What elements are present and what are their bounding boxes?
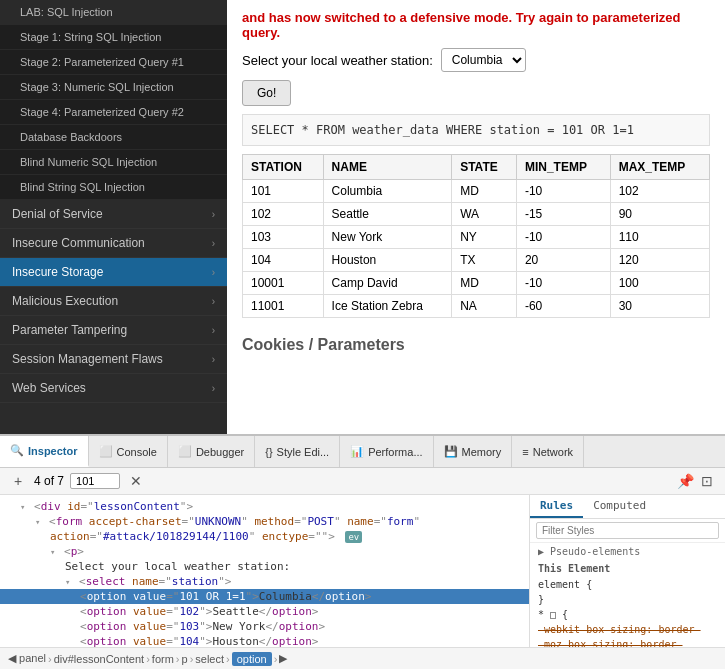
col-state: STATE: [452, 155, 517, 180]
breadcrumb-div[interactable]: div#lessonContent: [54, 653, 145, 665]
sidebar-item-stage3[interactable]: Stage 3: Numeric SQL Injection: [0, 75, 227, 100]
station-label: Select your local weather station:: [242, 53, 433, 68]
css-tabs: Rules Computed: [530, 495, 725, 519]
expand-arrow-icon[interactable]: ▾: [35, 517, 40, 527]
sidebar-item-stage1[interactable]: Stage 1: String SQL Injection: [0, 25, 227, 50]
css-filter-row: [530, 519, 725, 543]
devtools-panel: 🔍 Inspector ⬜ Console ⬜ Debugger {} Styl…: [0, 434, 725, 669]
html-line-div[interactable]: ▾ <div id="lessonContent">: [0, 499, 529, 514]
station-select[interactable]: Columbia: [441, 48, 526, 72]
table-cell: Ice Station Zebra: [323, 295, 452, 318]
html-line-text: Select your local weather station:: [0, 559, 529, 574]
sql-query-box: SELECT * FROM weather_data WHERE station…: [242, 114, 710, 146]
css-tab-rules[interactable]: Rules: [530, 495, 583, 518]
expand-button[interactable]: ⊡: [697, 471, 717, 491]
html-line-p[interactable]: ▾ <p>: [0, 544, 529, 559]
table-cell: 102: [610, 180, 709, 203]
table-cell: 30: [610, 295, 709, 318]
tab-console[interactable]: ⬜ Console: [89, 436, 168, 467]
breadcrumb-p[interactable]: p: [182, 653, 188, 665]
expand-arrow-icon[interactable]: ▾: [65, 577, 70, 587]
breadcrumb-form[interactable]: form: [152, 653, 174, 665]
chevron-right-icon: ›: [212, 296, 215, 307]
station-row: Select your local weather station: Colum…: [242, 48, 710, 72]
html-line-action[interactable]: action="#attack/101829144/1100" enctype=…: [0, 529, 529, 544]
table-cell: MD: [452, 272, 517, 295]
table-cell: 100: [610, 272, 709, 295]
pin-button[interactable]: 📌: [675, 471, 695, 491]
breadcrumb-option[interactable]: option: [232, 652, 272, 666]
sidebar-item-stage2[interactable]: Stage 2: Parameterized Query #1: [0, 50, 227, 75]
sidebar-item-insecure-storage[interactable]: Insecure Storage ›: [0, 258, 227, 287]
http-badge: ev: [345, 531, 362, 543]
table-cell: 104: [243, 249, 324, 272]
sidebar-item-insecure-comm[interactable]: Insecure Communication ›: [0, 229, 227, 258]
css-filter-input[interactable]: [536, 522, 719, 539]
sidebar-item-stage4[interactable]: Stage 4: Parameterized Query #2: [0, 100, 227, 125]
breadcrumb-next[interactable]: ▶: [279, 652, 287, 665]
tab-inspector[interactable]: 🔍 Inspector: [0, 436, 89, 467]
sidebar-item-malicious[interactable]: Malicious Execution ›: [0, 287, 227, 316]
main-content: and has now switched to a defensive mode…: [227, 0, 725, 434]
breadcrumb-select[interactable]: select: [195, 653, 224, 665]
css-rule-star: * □ {: [530, 607, 725, 622]
html-line-option-104[interactable]: <option value="104">Houston</option>: [0, 634, 529, 647]
tab-performance[interactable]: 📊 Performa...: [340, 436, 433, 467]
expand-arrow-icon[interactable]: ▾: [20, 502, 25, 512]
col-name: NAME: [323, 155, 452, 180]
table-cell: 11001: [243, 295, 324, 318]
table-cell: 120: [610, 249, 709, 272]
weather-table: STATION NAME STATE MIN_TEMP MAX_TEMP 101…: [242, 154, 710, 318]
sidebar-item-param-tamper[interactable]: Parameter Tampering ›: [0, 316, 227, 345]
tab-network[interactable]: ≡ Network: [512, 436, 584, 467]
devtools-tabs: 🔍 Inspector ⬜ Console ⬜ Debugger {} Styl…: [0, 436, 725, 468]
chevron-right-icon: ›: [212, 383, 215, 394]
html-line-form[interactable]: ▾ <form accept-charset="UNKNOWN" method=…: [0, 514, 529, 529]
sidebar-item-lab-sql[interactable]: LAB: SQL Injection: [0, 0, 227, 25]
table-cell: -60: [516, 295, 610, 318]
tab-style-editor[interactable]: {} Style Edi...: [255, 436, 340, 467]
network-icon: ≡: [522, 446, 528, 458]
add-node-button[interactable]: +: [8, 471, 28, 491]
go-button[interactable]: Go!: [242, 80, 291, 106]
table-cell: New York: [323, 226, 452, 249]
col-max-temp: MAX_TEMP: [610, 155, 709, 180]
html-line-option-selected[interactable]: <option value="101 OR 1=1">Columbia</opt…: [0, 589, 529, 604]
col-station: STATION: [243, 155, 324, 180]
css-rules-panel: Rules Computed ▶ Pseudo-elements This El…: [530, 495, 725, 647]
chevron-right-icon: ›: [212, 238, 215, 249]
sidebar-item-blind-numeric[interactable]: Blind Numeric SQL Injection: [0, 150, 227, 175]
devtools-body: ▾ <div id="lessonContent"> ▾ <form accep…: [0, 495, 725, 647]
debugger-icon: ⬜: [178, 445, 192, 458]
chevron-right-icon: ›: [212, 325, 215, 336]
style-icon: {}: [265, 446, 272, 458]
sidebar-item-session[interactable]: Session Management Flaws ›: [0, 345, 227, 374]
expand-arrow-icon[interactable]: ▾: [50, 547, 55, 557]
table-cell: NA: [452, 295, 517, 318]
css-tab-computed[interactable]: Computed: [583, 495, 656, 518]
warning-text: and has now switched to a defensive mode…: [242, 10, 710, 40]
sidebar-item-backdoors[interactable]: Database Backdoors: [0, 125, 227, 150]
tab-debugger[interactable]: ⬜ Debugger: [168, 436, 255, 467]
breadcrumb-panel[interactable]: ◀ panel: [8, 652, 46, 665]
table-cell: Columbia: [323, 180, 452, 203]
sidebar-item-blind-string[interactable]: Blind String SQL Injection: [0, 175, 227, 200]
css-rule-moz: -moz-box-sizing: border-: [530, 637, 725, 647]
chevron-right-icon: ›: [212, 354, 215, 365]
search-input[interactable]: [70, 473, 120, 489]
html-line-option-102[interactable]: <option value="102">Seattle</option>: [0, 604, 529, 619]
table-cell: 102: [243, 203, 324, 226]
table-cell: -10: [516, 180, 610, 203]
table-cell: -15: [516, 203, 610, 226]
html-line-select[interactable]: ▾ <select name="station">: [0, 574, 529, 589]
sidebar-item-denial[interactable]: Denial of Service ›: [0, 200, 227, 229]
chevron-right-icon: ›: [212, 267, 215, 278]
devtools-toolbar: + 4 of 7 ✕ 📌 ⊡: [0, 468, 725, 495]
html-line-option-103[interactable]: <option value="103">New York</option>: [0, 619, 529, 634]
clear-search-button[interactable]: ✕: [126, 471, 146, 491]
tab-memory[interactable]: 💾 Memory: [434, 436, 513, 467]
css-pseudo-elements[interactable]: ▶ Pseudo-elements: [530, 543, 725, 560]
sidebar-item-web-services[interactable]: Web Services ›: [0, 374, 227, 403]
chevron-right-icon: ›: [212, 209, 215, 220]
css-rule-webkit: -webkit-box-sizing: border-: [530, 622, 725, 637]
